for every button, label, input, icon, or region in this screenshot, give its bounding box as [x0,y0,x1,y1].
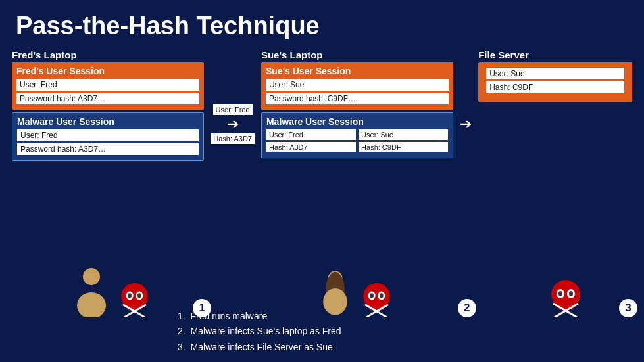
sues-malware-hashes-row: Hash: A3D7 Hash: C9DF [266,142,448,152]
svg-point-21 [380,293,384,298]
sues-user-session-title: Sue's User Session [266,66,449,76]
freds-password-field: Password hash: A3D7… [16,93,199,104]
file-server-panel: File Server User: Sue Hash: C9DF [478,49,632,163]
sues-laptop-label: Sue's Laptop [261,49,453,60]
svg-point-31 [569,291,573,296]
svg-rect-4 [133,305,137,310]
sues-malware-session-box: Malware User Session User: Fred User: Su… [261,112,453,158]
right-arrow-icon: ➔ [227,117,239,131]
main-title: Pass-the-Hash Technique [0,0,644,47]
svg-point-20 [370,293,374,298]
svg-point-0 [83,268,100,285]
sues-malware-user-fred: User: Fred [266,129,356,140]
content-area: Fred's Laptop Fred's User Session User: … [0,49,644,163]
freds-malware-session-box: Malware User Session User: Fred Password… [12,112,204,161]
skull-3-icon [546,278,585,317]
svg-point-9 [137,293,141,298]
sues-user-field: User: Sue [266,79,449,91]
bottom-list-item-2: 2. Malware infects Sue's laptop as Fred [178,324,341,340]
bottom-list-item-1: 1. Fred runs malware [178,309,341,325]
svg-point-30 [558,291,562,296]
svg-point-1 [77,292,106,317]
freds-malware-title: Malware User Session [17,116,199,127]
freds-malware-password: Password hash: A3D7… [17,143,199,155]
svg-point-8 [128,293,132,298]
sues-malware-hash-a3d7: Hash: A3D7 [266,142,356,152]
freds-user-session-title: Fred's User Session [16,66,199,76]
sues-password-field: Password hash: C9DF… [266,93,449,104]
skull-2-icon [359,281,395,317]
right-arrow-2-icon: ➔ [460,117,472,131]
arrow-user-fred: User: Fred [213,104,253,115]
arrow-fred-sue: User: Fred ➔ Hash: A3D7 [211,49,255,163]
badge-2: 2 [458,299,476,317]
file-server-box: User: Sue Hash: C9DF [478,62,632,102]
arrow-sue-server: ➔ [460,49,472,163]
bottom-text-list: 1. Fred runs malware 2. Malware infects … [178,309,341,355]
badge-3: 3 [619,299,637,317]
file-server-label: File Server [478,49,632,60]
arrow-hash-a3d7: Hash: A3D7 [211,133,255,144]
freds-user-field: User: Fred [16,79,199,91]
sues-malware-users-row: User: Fred User: Sue [266,129,448,140]
freds-laptop-panel: Fred's Laptop Fred's User Session User: … [12,49,204,163]
bottom-list-item-3: 3. Malware infects File Server as Sue [178,340,341,355]
sues-laptop-panel: Sue's Laptop Sue's User Session User: Su… [261,49,453,163]
svg-rect-16 [375,305,379,310]
sues-malware-hash-c9df: Hash: C9DF [359,142,448,152]
sues-malware-title: Malware User Session [266,116,448,127]
freds-user-session-box: Fred's User Session User: Fred Password … [12,62,204,110]
file-server-hash-c9df: Hash: C9DF [486,81,624,93]
freds-malware-user: User: Fred [17,129,199,141]
group-3: 3 [488,265,644,317]
fred-person-icon [72,265,111,317]
file-server-user-sue: User: Sue [486,68,624,79]
sues-malware-user-sue: User: Sue [359,129,448,140]
freds-laptop-label: Fred's Laptop [12,49,204,60]
sues-user-session-box: Sue's User Session User: Sue Password ha… [261,62,453,110]
skull-1-icon [116,281,153,317]
svg-rect-26 [564,304,568,309]
